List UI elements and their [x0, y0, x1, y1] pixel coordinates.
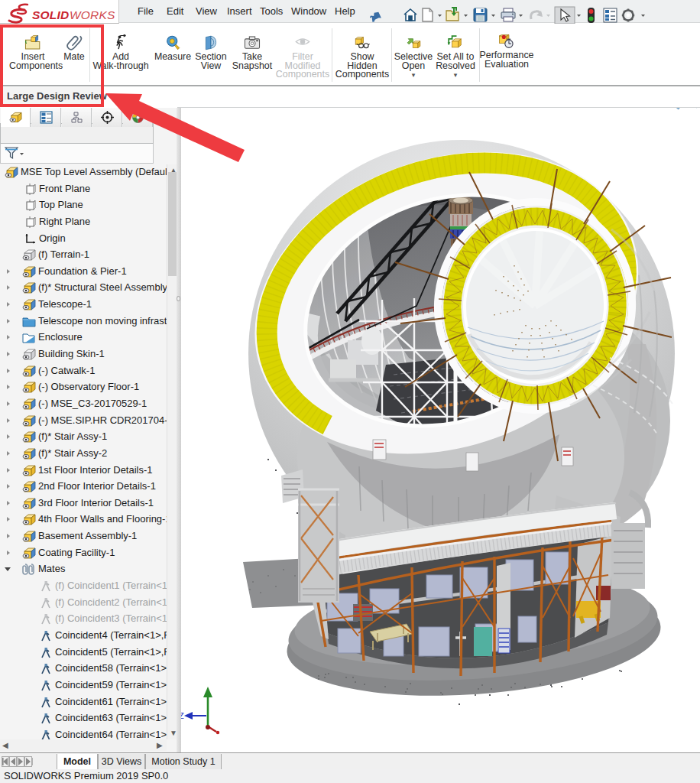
svg-text:Z: Z	[181, 711, 184, 720]
